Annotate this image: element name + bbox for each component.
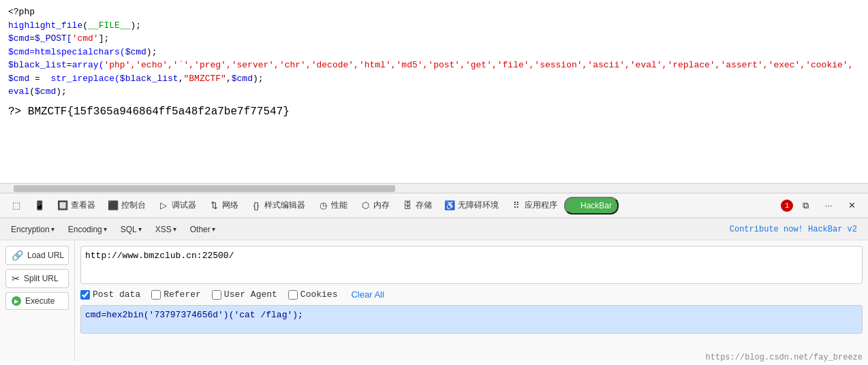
referer-checkbox[interactable]	[151, 290, 161, 300]
code-area: <?php highlight_file(__FILE__); $cmd=$_P…	[0, 0, 868, 184]
menu-sql[interactable]: SQL ▾	[115, 222, 147, 237]
hackbar-right-panel: Post data Referer User Agent Cookies Cle…	[75, 240, 868, 362]
contribute-link[interactable]: Contribute now! HackBar v2	[724, 222, 863, 237]
tab-inspector[interactable]: 🔲 查看器	[52, 197, 101, 214]
execute-play-icon: ▶	[12, 296, 21, 306]
encryption-chevron-icon: ▾	[51, 225, 55, 233]
hackbar-main: 🔗 Load URL ✂ Split URL ▶ Execute Post da…	[0, 240, 868, 362]
tab-performance[interactable]: ◷ 性能	[312, 197, 353, 214]
tab-hackbar[interactable]: HackBar	[564, 197, 619, 215]
error-count-badge: 1	[781, 200, 793, 212]
scrollbar-thumb[interactable]	[14, 185, 395, 192]
split-url-icon: ✂	[12, 273, 20, 284]
devtools-inspect-icon[interactable]: ⬚	[5, 197, 27, 214]
user-agent-checkbox-label[interactable]: User Agent	[212, 289, 277, 300]
post-data-checkbox[interactable]	[80, 290, 90, 300]
tab-style-editor[interactable]: {} 样式编辑器	[245, 197, 311, 214]
tab-memory[interactable]: ⬡ 内存	[354, 197, 395, 214]
clear-all-button[interactable]: Clear All	[351, 289, 384, 300]
sql-chevron-icon: ▾	[138, 225, 142, 233]
menu-encryption[interactable]: Encryption ▾	[5, 222, 60, 237]
cookies-checkbox[interactable]	[288, 290, 298, 300]
split-url-button[interactable]: ✂ Split URL	[5, 269, 69, 288]
menu-encoding[interactable]: Encoding ▾	[63, 222, 112, 237]
tab-accessibility[interactable]: ♿ 无障碍环境	[439, 197, 504, 214]
code-content: <?php highlight_file(__FILE__); $cmd=$_P…	[8, 5, 860, 99]
tab-debugger[interactable]: ▷ 调试器	[153, 197, 202, 214]
flag-line: ?> BMZCTF{15f365a946864ff5a48f2a7be7f775…	[8, 106, 860, 118]
url-input[interactable]	[80, 246, 863, 284]
cmd-input[interactable]	[80, 305, 863, 334]
devtools-close-icon[interactable]: ✕	[841, 197, 863, 214]
other-chevron-icon: ▾	[212, 225, 215, 233]
tab-application[interactable]: ⠿ 应用程序	[506, 197, 563, 214]
hackbar-left-panel: 🔗 Load URL ✂ Split URL ▶ Execute	[0, 240, 75, 362]
load-url-icon: 🔗	[12, 250, 23, 261]
horizontal-scrollbar[interactable]	[0, 184, 868, 193]
checkboxes-row: Post data Referer User Agent Cookies Cle…	[80, 289, 863, 300]
menu-xss[interactable]: XSS ▾	[150, 222, 182, 237]
referer-checkbox-label[interactable]: Referer	[151, 289, 201, 300]
devtools-toolbar: ⬚ 📱 🔲 查看器 ⬛ 控制台 ▷ 调试器 ⇅ 网络 {} 样式编辑器 ◷ 性能…	[0, 193, 868, 218]
devtools-more-icon[interactable]: ···	[818, 197, 839, 214]
hackbar-panel: Encryption ▾ Encoding ▾ SQL ▾ XSS ▾ Othe…	[0, 218, 868, 361]
tab-network[interactable]: ⇅ 网络	[203, 197, 244, 214]
bottom-csdn-link[interactable]: https://blog.csdn.net/fay_breeze	[706, 353, 863, 362]
hackbar-dot-icon	[571, 202, 578, 209]
tab-console[interactable]: ⬛ 控制台	[102, 197, 151, 214]
tab-storage[interactable]: 🗄 存储	[397, 197, 437, 214]
menu-other[interactable]: Other ▾	[185, 222, 221, 237]
load-url-button[interactable]: 🔗 Load URL	[5, 246, 69, 265]
xss-chevron-icon: ▾	[173, 225, 176, 233]
post-data-checkbox-label[interactable]: Post data	[80, 289, 140, 300]
hackbar-menu: Encryption ▾ Encoding ▾ SQL ▾ XSS ▾ Othe…	[0, 219, 868, 240]
devtools-split-icon[interactable]: ⧉	[794, 197, 816, 214]
user-agent-checkbox[interactable]	[212, 290, 221, 300]
cookies-checkbox-label[interactable]: Cookies	[288, 289, 338, 300]
execute-button[interactable]: ▶ Execute	[5, 292, 69, 310]
devtools-responsive-icon[interactable]: 📱	[29, 197, 50, 214]
encoding-chevron-icon: ▾	[104, 225, 107, 233]
